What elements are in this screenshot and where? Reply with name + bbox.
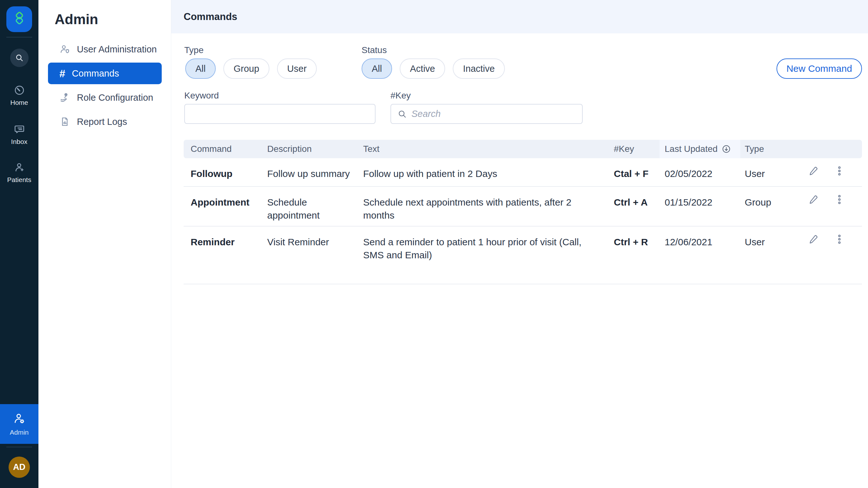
admin-nav-panel: Admin User Administration # Commands	[38, 0, 171, 488]
rail-item-patients[interactable]: Patients	[0, 162, 38, 184]
status-chip-inactive[interactable]: Inactive	[453, 58, 505, 79]
page-title: Commands	[184, 11, 237, 23]
person-plus-icon	[14, 162, 25, 173]
type-filter-chips: All Group User	[185, 58, 317, 79]
type-chip-group[interactable]: Group	[223, 58, 270, 79]
cell-command: Reminder	[191, 226, 267, 249]
cell-last-updated: 12/06/2021	[665, 226, 745, 249]
cell-key: Ctrl + R	[614, 226, 665, 249]
cell-type: User	[745, 158, 805, 180]
app-screen: Home Inbox Patients	[0, 0, 868, 488]
nav-item-report-logs[interactable]: Report Logs	[48, 111, 162, 132]
column-header-description: Description	[267, 144, 363, 154]
more-options-button[interactable]	[834, 234, 845, 245]
rail-item-inbox[interactable]: Inbox	[0, 124, 38, 146]
user-shield-icon	[59, 44, 70, 55]
rail-item-label: Inbox	[11, 138, 27, 146]
status-chip-all[interactable]: All	[362, 58, 392, 79]
rail-search-button[interactable]	[10, 49, 29, 67]
column-header-key: #Key	[614, 144, 665, 154]
more-options-button[interactable]	[834, 194, 845, 205]
cell-key: Ctal + F	[614, 158, 665, 180]
cell-command: Followup	[191, 158, 267, 180]
nav-item-commands[interactable]: # Commands	[48, 63, 162, 84]
column-header-text: Text	[363, 144, 614, 154]
cell-description: Visit Reminder	[267, 226, 363, 249]
row-actions	[805, 187, 855, 205]
keyword-label: Keyword	[184, 91, 219, 101]
chat-icon	[14, 124, 25, 135]
cell-text: Schedule next appointments with patients…	[363, 187, 604, 222]
kebab-menu-icon	[834, 234, 845, 245]
column-header-type: Type	[745, 144, 805, 154]
rail-item-label: Patients	[7, 176, 31, 184]
user-avatar[interactable]: AD	[8, 457, 30, 478]
row-actions	[805, 158, 855, 177]
hash-icon: #	[59, 68, 65, 79]
type-filter-label: Type	[184, 45, 204, 55]
search-icon	[398, 109, 407, 119]
key-label: #Key	[391, 91, 411, 101]
nav-item-user-administration[interactable]: User Administration	[48, 38, 162, 60]
cell-command: Appointment	[191, 187, 267, 209]
cell-text: Follow up with patient in 2 Days	[363, 158, 604, 180]
type-chip-user[interactable]: User	[277, 58, 317, 79]
table-header-row: Command Description Text #Key Last Updat…	[184, 140, 862, 158]
pencil-icon	[808, 234, 819, 245]
new-command-button[interactable]: New Command	[776, 58, 862, 79]
nav-item-label: Role Configuration	[77, 92, 153, 103]
edit-button[interactable]	[808, 234, 819, 245]
status-filter-label: Status	[362, 45, 387, 55]
row-actions	[805, 226, 855, 245]
kebab-menu-icon	[834, 165, 845, 177]
rail-divider-bottom	[6, 447, 32, 447]
report-icon	[59, 116, 70, 127]
kebab-menu-icon	[834, 194, 845, 205]
app-rail: Home Inbox Patients	[0, 0, 38, 488]
column-header-label: Last Updated	[665, 144, 718, 154]
cell-last-updated: 02/05/2022	[665, 158, 745, 180]
cell-description: Schedule appointment	[267, 187, 363, 222]
arrow-down-circle-icon	[721, 144, 731, 154]
hand-plus-icon	[59, 92, 70, 103]
key-search-input[interactable]	[411, 109, 576, 119]
column-header-command: Command	[191, 144, 267, 154]
table-row: Reminder Visit Reminder Send a reminder …	[184, 226, 862, 284]
rail-divider-top	[6, 37, 32, 37]
rail-item-admin[interactable]: Admin	[0, 404, 38, 444]
app-logo[interactable]	[6, 6, 32, 32]
nav-item-label: Report Logs	[77, 117, 127, 127]
rail-item-home[interactable]: Home	[0, 85, 38, 106]
nav-item-label: User Administration	[77, 44, 157, 55]
nav-item-label: Commands	[72, 68, 119, 79]
panel-title: Admin	[55, 11, 98, 27]
search-icon	[15, 53, 24, 62]
pencil-icon	[808, 165, 819, 177]
cell-description: Follow up summary	[267, 158, 363, 180]
edit-button[interactable]	[808, 194, 819, 205]
commands-table: Command Description Text #Key Last Updat…	[184, 140, 862, 284]
status-filter-chips: All Active Inactive	[362, 58, 505, 79]
column-header-last-updated[interactable]: Last Updated	[659, 140, 740, 158]
main-content: Commands Type All Group User Status All …	[171, 0, 868, 488]
table-row: Followup Follow up summary Follow up wit…	[184, 158, 862, 187]
cell-type: User	[745, 226, 805, 249]
more-options-button[interactable]	[834, 165, 845, 177]
rail-item-label: Admin	[10, 429, 29, 436]
page-header: Commands	[171, 0, 868, 33]
table-row: Appointment Schedule appointment Schedul…	[184, 187, 862, 226]
cell-type: Group	[745, 187, 805, 209]
nav-item-role-configuration[interactable]: Role Configuration	[48, 87, 162, 108]
cell-key: Ctrl + A	[614, 187, 665, 209]
pencil-icon	[808, 194, 819, 205]
edit-button[interactable]	[808, 165, 819, 177]
key-search-field[interactable]	[391, 104, 583, 124]
cell-text: Send a reminder to patient 1 hour prior …	[363, 226, 604, 262]
cell-last-updated: 01/15/2022	[665, 187, 745, 209]
keyword-input[interactable]	[184, 104, 376, 124]
type-chip-all[interactable]: All	[185, 58, 216, 79]
brand-interlock-icon	[11, 11, 28, 28]
gauge-icon	[14, 85, 25, 96]
person-gear-icon	[13, 412, 26, 425]
status-chip-active[interactable]: Active	[400, 58, 445, 79]
